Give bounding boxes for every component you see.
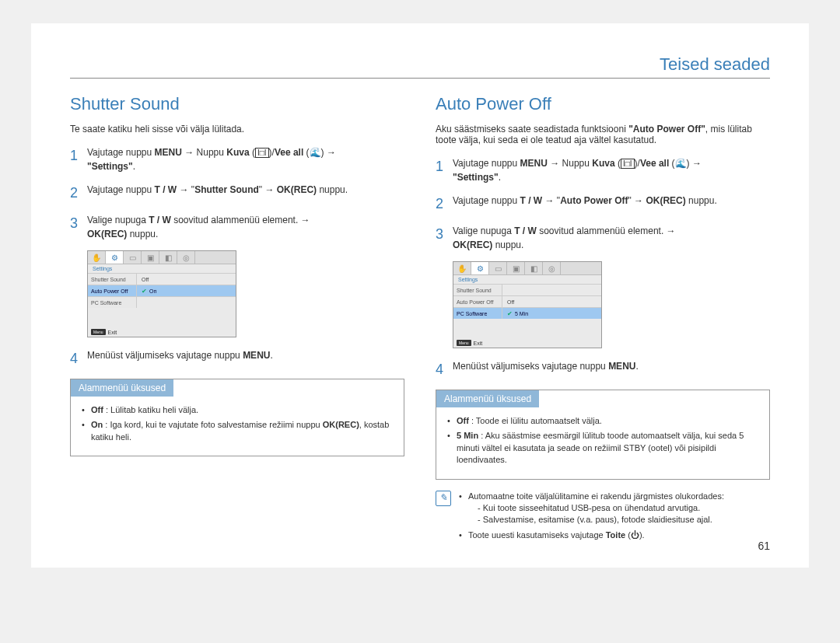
step-3: 3 Valige nupuga T / W soovitud alammenüü…	[436, 224, 770, 252]
step-text: Menüüst väljumiseks vajutage nuppu MENU.	[87, 348, 273, 369]
tab-icon-active: ⚙	[106, 251, 124, 264]
screen-row-selected: Auto Power Off ✔On	[88, 285, 236, 296]
page-number: 61	[758, 540, 770, 552]
step-3: 3 Valige nupuga T / W soovitud alammenüü…	[70, 213, 404, 241]
step-number: 2	[70, 183, 87, 204]
submenu-item: 5 Min : Aku säästmise eesmärgil lülitub …	[447, 430, 758, 466]
tab-icon: ▣	[142, 251, 159, 264]
submenu-box: Alammenüü üksused Off : Toode ei lülitu …	[436, 390, 770, 480]
display-icon: I□I	[255, 148, 269, 158]
step-text: Vajutage nuppu MENU → Nuppu Kuva (I□I)/V…	[87, 145, 336, 173]
underwater-icon: 🌊	[675, 158, 687, 169]
screen-settings-label: Settings	[88, 264, 236, 273]
submenu-body: Off : Toode ei lülitu automaatselt välja…	[436, 407, 769, 479]
submenu-item: Off : Toode ei lülitu automaatselt välja…	[447, 415, 758, 427]
step-number: 4	[436, 359, 453, 380]
step-text: Vajutage nuppu T / W → "Shutter Sound" →…	[87, 183, 348, 204]
device-screen-shutter: ✋ ⚙ ▭ ▣ ◧ ◎ Settings Shutter Sound Off A…	[87, 250, 236, 337]
step-text: Valige nupuga T / W soovitud alammenüü e…	[87, 213, 310, 241]
underwater-icon: 🌊	[310, 147, 321, 158]
screen-rows: Shutter Sound Off Auto Power Off ✔On PC …	[88, 273, 236, 308]
screen-tabs: ✋ ⚙ ▭ ▣ ◧ ◎	[453, 262, 601, 275]
submenu-body: Off : Lülitab katiku heli välja. On : Ig…	[71, 397, 404, 456]
tab-icon: ▣	[507, 262, 525, 274]
tab-icon: ◧	[159, 251, 177, 264]
section-title-shutter: Shutter Sound	[70, 94, 404, 114]
intro-text: Te saate katiku heli sisse või välja lül…	[70, 124, 404, 135]
display-icon: I□I	[621, 159, 635, 169]
screen-exit: Menu Exit	[457, 340, 482, 346]
screen-row: PC Software	[88, 296, 236, 308]
step-number: 1	[436, 156, 453, 184]
step-number: 4	[70, 348, 87, 369]
step-2: 2 Vajutage nuppu T / W → "Auto Power Off…	[436, 194, 770, 215]
step-text: Valige nupuga T / W soovitud alammenüü e…	[453, 224, 676, 252]
step-1: 1 Vajutage nuppu MENU → Nuppu Kuva (I□I)…	[436, 156, 770, 184]
screen-exit: Menu Exit	[91, 329, 117, 335]
submenu-item: On : Iga kord, kui te vajutate foto salv…	[82, 419, 393, 443]
step-text: Vajutage nuppu T / W → "Auto Power Off" …	[453, 194, 717, 215]
step-number: 1	[70, 145, 87, 173]
submenu-header: Alammenüü üksused	[436, 390, 539, 407]
tab-icon-active: ⚙	[471, 262, 489, 274]
screen-row: Shutter Sound	[453, 284, 601, 295]
tab-icon: ✋	[453, 262, 471, 274]
step-text: Vajutage nuppu MENU → Nuppu Kuva (I□I)/V…	[453, 156, 702, 184]
step-2: 2 Vajutage nuppu T / W → "Shutter Sound"…	[70, 183, 404, 204]
tab-icon: ◎	[177, 251, 195, 264]
submenu-item: Off : Lülitab katiku heli välja.	[82, 404, 393, 416]
intro-text: Aku säästmiseks saate seadistada funktsi…	[436, 124, 770, 145]
screen-row-selected: PC Software ✔5 Min	[453, 307, 601, 319]
power-icon: ⏻	[631, 530, 639, 540]
screen-settings-label: Settings	[453, 275, 601, 284]
section-title-autopoweroff: Auto Power Off	[436, 94, 770, 114]
tab-icon: ✋	[88, 251, 106, 264]
submenu-header: Alammenüü üksused	[71, 379, 173, 397]
device-screen-autopoweroff: ✋ ⚙ ▭ ▣ ◧ ◎ Settings Shutter Sound Auto …	[453, 261, 602, 348]
check-icon: ✔	[507, 310, 513, 317]
step-number: 3	[70, 213, 87, 241]
note-block: ✎ Automaatne toite väljalülitamine ei ra…	[436, 491, 770, 545]
step-4: 4 Menüüst väljumiseks vajutage nuppu MEN…	[436, 359, 770, 380]
content-columns: Shutter Sound Te saate katiku heli sisse…	[70, 94, 770, 544]
screen-row: Shutter Sound Off	[88, 273, 236, 285]
tab-icon: ◧	[525, 262, 543, 274]
tab-icon: ◎	[543, 262, 561, 274]
submenu-box: Alammenüü üksused Off : Lülitab katiku h…	[70, 379, 404, 456]
screen-rows: Shutter Sound Auto Power Off Off PC Soft…	[453, 284, 601, 319]
tab-icon: ▭	[489, 262, 507, 274]
step-text: Menüüst väljumiseks vajutage nuppu MENU.	[453, 359, 639, 380]
note-item: Automaatne toite väljalülitamine ei rake…	[459, 491, 724, 526]
check-icon: ✔	[142, 288, 147, 295]
screen-tabs: ✋ ⚙ ▭ ▣ ◧ ◎	[88, 251, 236, 264]
manual-page: Teised seaded Shutter Sound Te saate kat…	[31, 23, 809, 568]
note-body: Automaatne toite väljalülitamine ei rake…	[459, 491, 724, 545]
step-number: 3	[436, 224, 453, 252]
note-item: Toote uuesti kasutamiseks vajutage Toite…	[459, 529, 724, 541]
right-column: Auto Power Off Aku säästmiseks saate sea…	[436, 94, 770, 544]
step-4: 4 Menüüst väljumiseks vajutage nuppu MEN…	[70, 348, 404, 369]
note-icon: ✎	[436, 491, 451, 506]
step-1: 1 Vajutage nuppu MENU → Nuppu Kuva (I□I)…	[70, 145, 404, 173]
page-header: Teised seaded	[70, 54, 770, 79]
tab-icon: ▭	[124, 251, 142, 264]
step-number: 2	[436, 194, 453, 215]
left-column: Shutter Sound Te saate katiku heli sisse…	[70, 94, 404, 544]
screen-row: Auto Power Off Off	[453, 295, 601, 307]
